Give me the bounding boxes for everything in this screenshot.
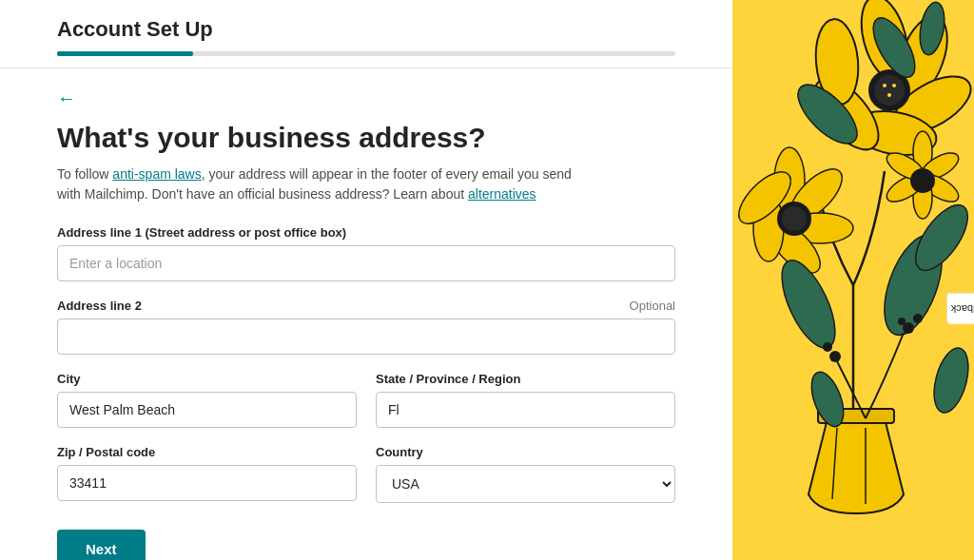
address-line2-label: Address line 2 Optional — [57, 299, 675, 313]
content-area: ← What's your business address? To follo… — [0, 68, 732, 560]
svg-point-8 — [874, 75, 905, 106]
country-label: Country — [376, 445, 675, 459]
anti-spam-link[interactable]: anti-spam laws — [112, 166, 201, 182]
city-input[interactable] — [57, 392, 357, 428]
header: Account Set Up — [0, 0, 732, 68]
page-description: To follow anti-spam laws, your address w… — [57, 164, 590, 204]
svg-point-22 — [782, 206, 807, 231]
state-input[interactable] — [376, 392, 675, 428]
address-line1-group: Address line 1 (Street address or post o… — [57, 225, 675, 281]
optional-badge: Optional — [630, 299, 675, 313]
alternatives-link[interactable]: alternatives — [468, 186, 536, 202]
country-select[interactable]: USA Canada United Kingdom Australia Othe… — [376, 465, 675, 503]
zip-label: Zip / Postal code — [57, 445, 357, 459]
zip-group: Zip / Postal code — [57, 445, 357, 503]
svg-point-39 — [829, 351, 841, 362]
feedback-tab[interactable]: Feedback — [946, 292, 974, 323]
right-panel: Feedback — [732, 0, 974, 560]
state-group: State / Province / Region — [376, 372, 675, 428]
city-label: City — [57, 372, 357, 386]
zip-country-row: Zip / Postal code Country USA Canada Uni… — [57, 445, 675, 520]
floral-illustration — [732, 0, 974, 560]
description-text-before-link1: To follow — [57, 166, 112, 182]
address-line1-label: Address line 1 (Street address or post o… — [57, 225, 675, 240]
page-title: What's your business address? — [57, 121, 675, 155]
svg-point-11 — [887, 93, 891, 97]
country-group: Country USA Canada United Kingdom Austra… — [376, 445, 675, 503]
next-button[interactable]: Next — [57, 530, 146, 560]
svg-point-32 — [910, 168, 935, 193]
progress-bar-fill — [57, 51, 193, 56]
svg-point-10 — [892, 84, 896, 87]
address-line2-group: Address line 2 Optional — [57, 299, 675, 355]
svg-point-37 — [913, 314, 923, 323]
address-line1-input[interactable] — [57, 245, 675, 281]
page-header-title: Account Set Up — [57, 17, 675, 42]
city-state-row: City State / Province / Region — [57, 372, 675, 445]
svg-point-40 — [823, 342, 832, 352]
svg-point-38 — [898, 318, 906, 325]
back-arrow-button[interactable]: ← — [57, 87, 76, 109]
address-line2-input[interactable] — [57, 319, 675, 355]
left-panel: Account Set Up ← What's your business ad… — [0, 0, 732, 560]
progress-bar-container — [57, 51, 675, 56]
zip-input[interactable] — [57, 465, 357, 501]
state-label: State / Province / Region — [376, 372, 675, 386]
svg-point-9 — [883, 84, 886, 87]
city-group: City — [57, 372, 357, 428]
